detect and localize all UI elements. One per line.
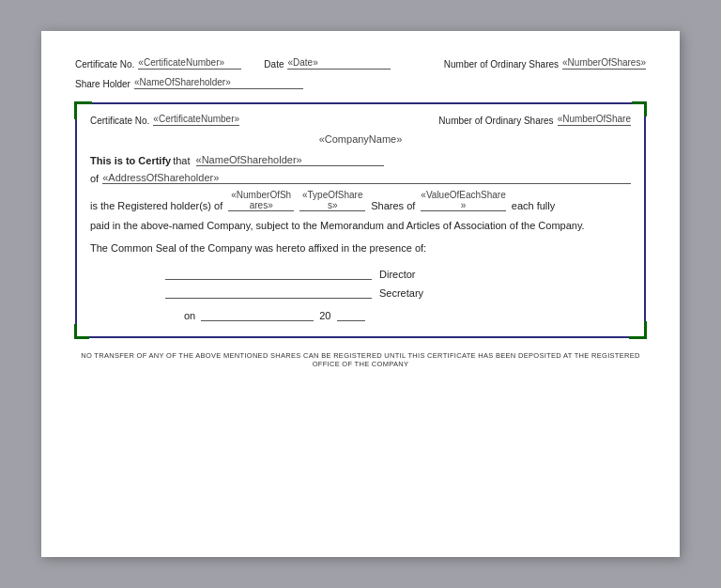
num-shares-top-group: Number of Ordinary Shares «NumberOfShare… <box>444 57 646 70</box>
on-label: on <box>184 310 195 321</box>
shareholder-label: Share Holder <box>75 79 130 89</box>
certify-bold-label: This is to Certify <box>90 155 171 166</box>
top-info-section: Certificate No. «CertificateNumber» Date… <box>75 57 646 89</box>
of-label: of <box>90 173 99 184</box>
paid-text: paid in the above-named Company, subject… <box>90 219 631 233</box>
secretary-sig-row: Secretary <box>165 287 631 299</box>
address-value: «AddressOfShareholder» <box>102 172 631 184</box>
num-shares-top-value: «NumberOfShares» <box>562 57 646 70</box>
director-sig-row: Director <box>165 269 631 280</box>
signature-area: Director Secretary <box>90 269 631 299</box>
director-sig-line <box>165 279 372 280</box>
date-label: Date <box>264 59 284 70</box>
certify-that: that <box>173 155 190 166</box>
footer-notice: NO TRANSFER OF ANY OF THE ABOVE MENTIONE… <box>75 351 646 368</box>
cert-header-left: Certificate No. «CertificateNumber» <box>90 114 239 126</box>
cert-header: Certificate No. «CertificateNumber» Numb… <box>90 114 631 126</box>
year-label: 20 <box>319 310 330 321</box>
address-line: of «AddressOfShareholder» <box>90 172 631 184</box>
num-shares-top-wrap: «NumberOfShares» <box>562 57 646 70</box>
cert-no-value: «CertificateNumber» <box>138 57 241 70</box>
share-certificate-page: Certificate No. «CertificateNumber» Date… <box>41 31 680 557</box>
company-name-row: «CompanyName» <box>90 133 631 145</box>
cert-no-group: Certificate No. «CertificateNumber» <box>75 57 241 70</box>
date-year-field <box>337 320 365 321</box>
top-row-1: Certificate No. «CertificateNumber» Date… <box>75 57 646 70</box>
corner-bl-decoration <box>74 324 89 339</box>
date-value: «Date» <box>287 57 391 70</box>
shareholder-group: Share Holder «NameOfShareholder» <box>75 77 303 89</box>
shares-of-label: Shares of <box>371 200 415 211</box>
type-of-share-value: «TypeOfShares» <box>299 190 365 211</box>
secretary-label: Secretary <box>379 287 423 299</box>
registered-text: is the Registered holder(s) of <box>90 200 222 211</box>
type-of-share-cell: «TypeOfShares» <box>299 190 365 211</box>
secretary-sig-line <box>165 298 372 299</box>
cert-header-no-value: «CertificateNumber» <box>153 114 239 126</box>
shares-row: is the Registered holder(s) of «NumberOf… <box>90 190 631 211</box>
num-of-shares-value: «NumberOfShares» <box>228 190 294 211</box>
date-row: on 20 <box>90 310 631 321</box>
date-line-field <box>201 320 314 321</box>
certify-line: This is to Certify that «NameOfSharehold… <box>90 154 631 166</box>
seal-text: The Common Seal of the Company was heret… <box>90 242 631 254</box>
director-label: Director <box>379 269 416 280</box>
cert-no-label: Certificate No. <box>75 59 134 70</box>
cert-header-no-label: Certificate No. <box>90 116 149 126</box>
certificate-box: Certificate No. «CertificateNumber» Numb… <box>75 102 646 338</box>
date-group: Date «Date» <box>264 57 391 70</box>
value-cell: «ValueOfEachShare» <box>421 190 505 211</box>
cert-header-shares-value: «NumberOfShare <box>558 114 631 126</box>
each-fully-label: each fully <box>512 200 555 211</box>
shareholder-value: «NameOfShareholder» <box>134 77 303 89</box>
value-value: «ValueOfEachShare» <box>421 190 505 211</box>
corner-tr-decoration <box>632 101 647 116</box>
top-row-2: Share Holder «NameOfShareholder» <box>75 77 646 89</box>
num-of-shares-cell: «NumberOfShares» <box>228 190 294 211</box>
num-shares-top-label: Number of Ordinary Shares <box>444 59 559 70</box>
cert-header-right: Number of Ordinary Shares «NumberOfShare <box>438 114 631 126</box>
company-name-value: «CompanyName» <box>319 133 403 145</box>
cert-header-shares-label: Number of Ordinary Shares <box>438 116 553 126</box>
certify-shareholder-value: «NameOfShareholder» <box>196 154 384 166</box>
